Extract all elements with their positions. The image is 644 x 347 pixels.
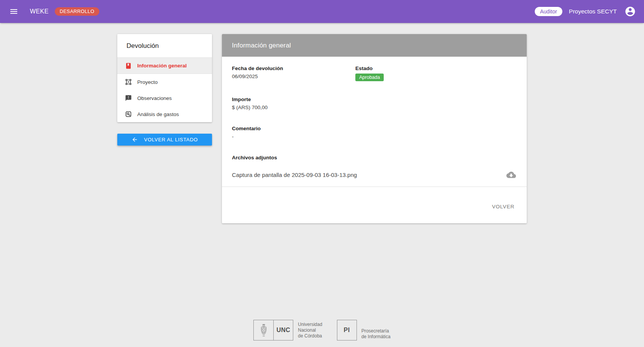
back-to-list-button[interactable]: VOLVER AL LISTADO xyxy=(117,134,212,146)
sidebar-item-proyecto[interactable]: Proyecto xyxy=(117,74,212,90)
sidebar-item-analisis-de-gastos[interactable]: Análisis de gastos xyxy=(117,106,212,122)
detail-panel: Información general Fecha de devolución … xyxy=(222,34,527,223)
panel-header: Información general xyxy=(222,34,527,57)
pi-name-line: Prosecretaría xyxy=(361,328,391,334)
book-icon xyxy=(125,62,132,69)
download-attachment-button[interactable] xyxy=(505,169,517,180)
main-layout: Devolución Información general Proyecto … xyxy=(117,23,644,223)
pi-logo-box: PI xyxy=(337,320,357,340)
volver-button[interactable]: VOLVER xyxy=(489,202,518,211)
attachment-row: Captura de pantalla de 2025-09-03 16-03-… xyxy=(232,168,517,187)
document-search-icon xyxy=(125,111,132,118)
sidebar-item-label: Análisis de gastos xyxy=(137,111,179,117)
menu-icon xyxy=(9,7,18,16)
section-nav-card: Devolución Información general Proyecto … xyxy=(117,34,212,122)
sidebar-item-label: Observaciones xyxy=(137,95,172,101)
environment-badge: DESARROLLO xyxy=(55,7,99,16)
panel-body: Fecha de devolución 06/09/2025 Estado Ap… xyxy=(222,57,527,187)
account-button[interactable] xyxy=(623,5,637,18)
unc-logo-box: UNC xyxy=(253,320,293,340)
role-chip[interactable]: Auditor xyxy=(535,7,562,16)
sidebar-title: Devolución xyxy=(117,34,212,58)
header-right: Auditor Proyectos SECYT xyxy=(535,5,637,18)
panel-footer: VOLVER xyxy=(222,187,527,223)
unc-abbr: UNC xyxy=(276,327,290,334)
field-value: 06/09/2025 xyxy=(232,74,355,79)
field-row: Fecha de devolución 06/09/2025 Estado Ap… xyxy=(232,65,517,97)
sidebar-item-label: Información general xyxy=(137,63,187,69)
field-label: Importe xyxy=(232,97,517,102)
app-title: WEKE xyxy=(30,8,49,15)
field-value: $ (ARS) 700,00 xyxy=(232,105,517,110)
field-importe: Importe $ (ARS) 700,00 xyxy=(232,97,517,110)
menu-button[interactable] xyxy=(7,5,21,18)
cloud-download-icon xyxy=(506,170,516,180)
unc-name-line: de Córdoba xyxy=(298,333,322,339)
pi-name-line: de Informática xyxy=(361,334,391,340)
field-value: - xyxy=(232,134,517,139)
context-label: Proyectos SECYT xyxy=(569,8,617,15)
back-to-list-label: VOLVER AL LISTADO xyxy=(144,137,198,142)
field-fecha-devolucion: Fecha de devolución 06/09/2025 xyxy=(232,65,355,81)
pi-name: Prosecretaría de Informática xyxy=(361,320,391,340)
field-label: Fecha de devolución xyxy=(232,65,355,71)
pi-logo: PI Prosecretaría de Informática xyxy=(337,320,391,340)
unc-logo: UNC Universidad Nacional de Córdoba xyxy=(253,320,322,340)
field-label: Estado xyxy=(355,65,517,71)
unc-crest-icon xyxy=(254,320,273,340)
arrow-back-icon xyxy=(131,136,138,143)
attachments-section: Archivos adjuntos Captura de pantalla de… xyxy=(232,155,517,187)
feedback-icon xyxy=(125,95,132,101)
project-structure-icon xyxy=(125,79,132,85)
attachment-file-name: Captura de pantalla de 2025-09-03 16-03-… xyxy=(232,172,357,178)
unc-name-line: Nacional xyxy=(298,327,322,333)
sidebar-item-informacion-general[interactable]: Información general xyxy=(117,58,212,74)
field-estado: Estado Aprobada xyxy=(355,65,517,81)
sidebar-item-label: Proyecto xyxy=(137,79,158,85)
pi-abbr: PI xyxy=(344,327,350,334)
status-badge: Aprobada xyxy=(355,74,384,81)
field-label: Comentario xyxy=(232,126,517,131)
unc-abbr-cell: UNC xyxy=(273,320,293,340)
field-comentario: Comentario - xyxy=(232,126,517,139)
account-circle-icon xyxy=(624,6,636,17)
unc-name-line: Universidad xyxy=(298,322,322,327)
panel-title: Información general xyxy=(232,42,291,49)
brand-footer: UNC Universidad Nacional de Córdoba PI P… xyxy=(0,320,644,340)
sidebar-item-observaciones[interactable]: Observaciones xyxy=(117,90,212,106)
unc-name: Universidad Nacional de Córdoba xyxy=(298,320,322,340)
sidebar-column: Devolución Información general Proyecto … xyxy=(117,34,212,146)
attachments-label: Archivos adjuntos xyxy=(232,155,517,160)
app-header: WEKE DESARROLLO Auditor Proyectos SECYT xyxy=(0,0,644,23)
